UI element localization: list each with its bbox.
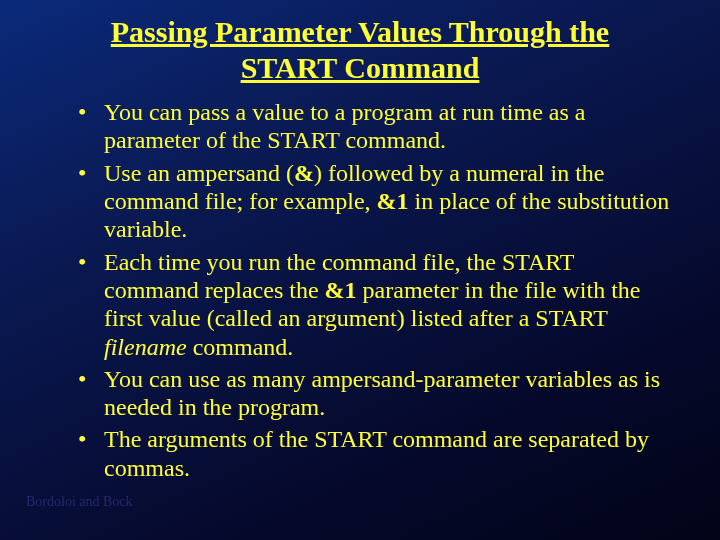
bold-text: &1 (377, 188, 409, 214)
bullet-text: You can pass a value to a program at run… (104, 99, 585, 153)
bullet-text: command. (187, 334, 294, 360)
list-item: Use an ampersand (&) followed by a numer… (78, 159, 670, 244)
footer-credit: Bordoloi and Bock (26, 494, 133, 510)
list-item: You can pass a value to a program at run… (78, 98, 670, 155)
bold-text: & (294, 160, 314, 186)
bullet-text: You can use as many ampersand-parameter … (104, 366, 660, 420)
italic-text: filename (104, 334, 187, 360)
bullet-text: Use an ampersand ( (104, 160, 294, 186)
list-item: You can use as many ampersand-parameter … (78, 365, 670, 422)
list-item: Each time you run the command file, the … (78, 248, 670, 361)
slide-title: Passing Parameter Values Through the STA… (30, 14, 690, 86)
list-item: The arguments of the START command are s… (78, 425, 670, 482)
bold-text: &1 (325, 277, 357, 303)
slide: Passing Parameter Values Through the STA… (0, 0, 720, 482)
bullet-text: The arguments of the START command are s… (104, 426, 649, 480)
bullet-list: You can pass a value to a program at run… (30, 98, 690, 482)
